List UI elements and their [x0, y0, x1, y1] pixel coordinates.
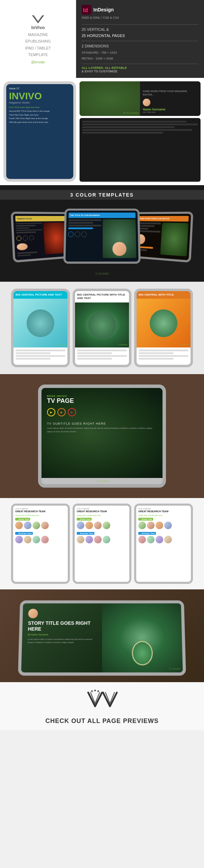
main-tablet-mockup: Issue 17 INVIVO Magazine Studio First TI…	[3, 81, 76, 182]
color-templates-section: 3 COLOR TEMPLATES THINGS TO DO	[0, 185, 204, 282]
tv-subtitle: TV SUBTITLE GOES RIGHT HERE	[47, 422, 157, 425]
play-btn-yellow[interactable]: ▶	[47, 408, 55, 416]
tv-body-text: Lorem ipsum dolor sit amet consectetur a…	[47, 427, 157, 433]
story-screen: STORY TITLE GOES RIGHT HERE By Name Surn…	[21, 603, 183, 672]
story-right: ⊙ envato	[102, 603, 183, 672]
story-tablet-mockup: STORY TITLE GOES RIGHT HERE By Name Surn…	[18, 600, 186, 676]
brand-title: InVivo MAGAZINE EPUBLISHING IPAD / TABLE…	[25, 24, 51, 58]
color-templates-title: 3 COLOR TEMPLATES	[0, 190, 204, 200]
dev-badge-3: → Developer Team	[138, 532, 156, 535]
tv-overlay: BOOK InVivo TV PAGE ▶ ▶ ▶ TV SUBTITLE GO…	[41, 388, 163, 441]
vertical-tablet-2: BIG CENTRAL PICTURE WITH TITLE AND TEXT …	[73, 289, 131, 367]
svg-point-3	[94, 689, 96, 691]
vt3-image: ⊙ envato	[137, 299, 191, 347]
envato-watermark-section3: ⊙ envato	[0, 270, 204, 277]
dev-badge-2: → Developer Team	[77, 532, 94, 535]
envato-watermark-vt1: ⊙ envato	[56, 343, 66, 346]
vertical-tablets-section: BIG CENTRAL PICTURE AND TEXT ⊙ envato BI…	[0, 282, 204, 374]
vt2-image: ⊙ envato	[75, 302, 129, 347]
vertical-tablet-3: BIG CENTRAL WITH TITLE ⊙ envato	[134, 289, 193, 367]
dimensions-spec: 2 DIMENSIONS Standard - 768 × 1024 Retin…	[82, 43, 198, 62]
story-avatar	[28, 609, 38, 618]
editor-name: Name Surname	[143, 108, 198, 111]
team-subtitle-3: design team sub title goes here	[138, 514, 189, 516]
pages-spec: 25 VERTICAL & 25 HORIZONTAL PAGES	[82, 27, 198, 39]
dev-members-3	[138, 536, 189, 543]
story-body-text: Lorem ipsum dolor sit amet consectetur a…	[28, 638, 96, 644]
team-title-2: GREAT RESEARCH TEAM	[77, 510, 127, 513]
tv-page-label: TV PAGE	[47, 397, 157, 405]
vt1-image: ⊙ envato	[13, 299, 67, 347]
header-right: Id InDesign INDD & IDML / CS6 & CS4 25 V…	[76, 0, 204, 78]
story-title-text: STORY TITLE GOES RIGHT HERE	[28, 620, 96, 632]
title-item-3: Third Title Goes Right over here	[9, 113, 50, 117]
team-section: OUR COMPANY GREAT RESEARCH TEAM design t…	[0, 498, 204, 589]
envato-watermark-tv: ⊙ envato	[41, 478, 163, 484]
svg-point-2	[91, 690, 93, 692]
design-badge-2: → Design Team	[77, 518, 92, 521]
editor-info-panel: SOME WORD FROM YOUR MAGAZINE EDITOR... N…	[140, 81, 201, 116]
design-badge-1: → Design Team	[15, 518, 30, 521]
team-tablet-2: OUR COMPANY GREAT RESEARCH TEAM design t…	[73, 504, 131, 584]
story-left: STORY TITLE GOES RIGHT HERE By Name Surn…	[21, 603, 102, 672]
main-body-text	[80, 118, 201, 182]
title-item-2: Second BIG TITLE Goes Here in the orange	[9, 109, 50, 113]
play-btn-red[interactable]: ▶	[68, 408, 76, 416]
title-item-5: Fifth title goes down here at the three …	[9, 120, 50, 124]
dev-members-2	[77, 536, 127, 543]
indesign-label: InDesign	[93, 7, 114, 12]
story-author: By Name Surname	[28, 633, 96, 635]
title-item-4: Fourth Title Goes Right here at the oran…	[9, 117, 50, 120]
tablet-screen: Issue 17 INVIVO Magazine Studio First TI…	[6, 84, 73, 179]
vertical-tablet-1: BIG CENTRAL PICTURE AND TEXT ⊙ envato	[11, 289, 70, 367]
header-section: InVivo MAGAZINE EPUBLISHING IPAD / TABLE…	[0, 0, 204, 78]
vt3-header: BIG CENTRAL WITH TITLE	[137, 291, 191, 299]
team-title-3: GREAT RESEARCH TEAM	[138, 510, 189, 513]
editor-avatar	[143, 99, 150, 106]
plant-image-panel: ⊙ envato	[80, 81, 140, 116]
vt1-text	[13, 347, 67, 365]
team-subtitle-1: design team sub title goes here	[15, 514, 66, 516]
svg-text:Id: Id	[83, 7, 88, 13]
story-plant-icon	[132, 641, 153, 666]
team-subtitle-2: design team sub title goes here	[77, 514, 127, 516]
tablets-perspective-row: THINGS TO DO	[0, 205, 204, 270]
indesign-logo: Id InDesign	[82, 5, 198, 15]
features-spec: ALL LAYERED, ALL EDITABLE & EASY TO CUST…	[82, 66, 198, 73]
envato-badge: @envato	[31, 60, 45, 64]
vt3-text	[137, 347, 191, 365]
footer-section: CHECK OUT ALL PAGE PREVIEWS	[0, 682, 204, 730]
word-from-label: SOME WORD FROM YOUR MAGAZINE EDITOR...	[143, 90, 198, 97]
envato-watermark-vt3: ⊙ envato	[179, 343, 189, 346]
tv-tablet-mockup: BOOK InVivo TV PAGE ▶ ▶ ▶ TV SUBTITLE GO…	[38, 385, 166, 488]
vt2-text	[75, 347, 129, 365]
footer-logo	[86, 689, 118, 711]
tv-section: BOOK InVivo TV PAGE ▶ ▶ ▶ TV SUBTITLE GO…	[0, 374, 204, 498]
envato-watermark-story: ⊙ envato	[169, 667, 181, 670]
vlm-logo	[31, 14, 45, 24]
invivo-logo-text: INVIVO	[9, 91, 50, 101]
vt2-header: BIG CENTRAL PICTURE WITH TITLE AND TEXT	[75, 291, 129, 302]
story-section: STORY TITLE GOES RIGHT HERE By Name Surn…	[0, 589, 204, 682]
tablet-text-items: First TITLE Goes Right over here Second …	[9, 106, 50, 124]
editor-panel: ⊙ envato SOME WORD FROM YOUR MAGAZINE ED…	[80, 81, 201, 116]
team-tablet-3: OUR COMPANY GREAT RESEARCH TEAM design t…	[134, 504, 193, 584]
tv-play-buttons: ▶ ▶ ▶	[47, 408, 157, 416]
right-panels: ⊙ envato SOME WORD FROM YOUR MAGAZINE ED…	[80, 81, 201, 182]
envato-watermark-vt2: ⊙ envato	[118, 343, 128, 346]
dev-members-1	[15, 536, 66, 543]
magazine-sub: Magazine Studio	[9, 101, 50, 104]
design-members-3	[138, 522, 189, 529]
header-left: InVivo MAGAZINE EPUBLISHING IPAD / TABLE…	[0, 0, 76, 78]
envato-watermark-1: ⊙ envato	[123, 111, 139, 115]
design-badge-3: → Design Team	[138, 518, 153, 521]
design-members-1	[15, 522, 66, 529]
dev-badge-1: → Developer Team	[15, 532, 33, 535]
footer-cta[interactable]: CHECK OUT ALL PAGE PREVIEWS	[45, 717, 159, 725]
play-btn-orange[interactable]: ▶	[57, 408, 66, 416]
svg-point-4	[98, 690, 99, 692]
main-preview-section: Issue 17 INVIVO Magazine Studio First TI…	[0, 78, 204, 185]
team-title-1: GREAT RESEARCH TEAM	[15, 510, 66, 513]
editor-role: Job Title Here	[143, 111, 198, 113]
vt1-header: BIG CENTRAL PICTURE AND TEXT	[13, 291, 67, 299]
